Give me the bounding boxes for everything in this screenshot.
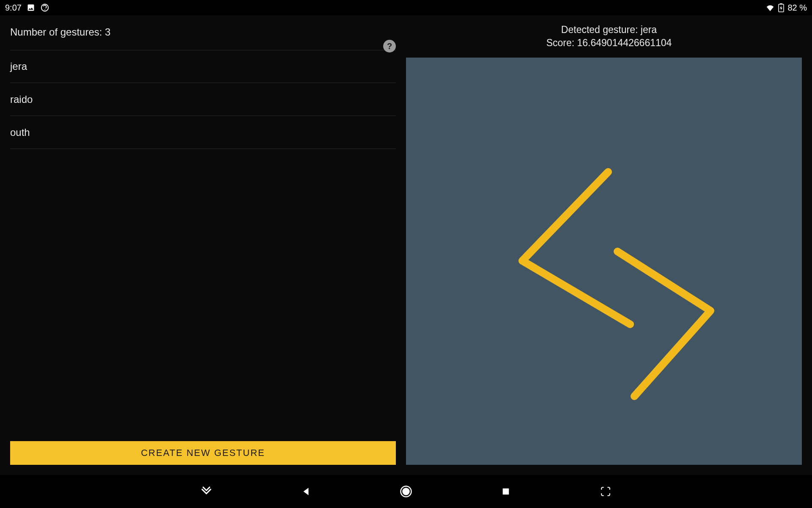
list-item-label: outh <box>10 127 30 138</box>
nav-screenshot-icon[interactable] <box>598 484 613 499</box>
create-gesture-button[interactable]: CREATE NEW GESTURE <box>10 441 396 465</box>
battery-charging-icon <box>778 3 784 12</box>
svg-rect-5 <box>503 489 509 495</box>
status-bar: 9:07 82 % <box>0 0 812 15</box>
nav-home-icon[interactable] <box>398 484 414 499</box>
svg-rect-2 <box>780 3 782 4</box>
nav-down-chevron-icon[interactable] <box>199 484 214 499</box>
image-icon <box>27 3 35 12</box>
no-sync-icon <box>40 3 49 12</box>
gesture-stroke <box>406 58 802 465</box>
list-item[interactable]: raido <box>10 83 396 116</box>
nav-back-icon[interactable] <box>299 484 314 499</box>
score-line: Score: 16.649014426661104 <box>546 36 672 50</box>
navigation-bar <box>0 475 812 508</box>
status-left: 9:07 <box>5 3 49 13</box>
list-item[interactable]: outh <box>10 116 396 149</box>
detected-gesture-line: Detected gesture: jera <box>561 23 657 36</box>
right-panel: Detected gesture: jera Score: 16.6490144… <box>406 15 812 475</box>
help-icon[interactable]: ? <box>383 40 396 52</box>
battery-percent: 82 % <box>787 3 807 13</box>
list-item-label: jera <box>10 61 27 72</box>
gesture-list: jera raido outh <box>0 42 406 441</box>
detection-result: Detected gesture: jera Score: 16.6490144… <box>406 15 812 58</box>
gesture-canvas[interactable] <box>406 58 802 465</box>
app-body: Number of gestures: 3 ? jera raido outh … <box>0 15 812 475</box>
wifi-icon <box>765 3 775 12</box>
svg-point-4 <box>403 489 409 495</box>
gesture-count-label: Number of gestures: 3 <box>0 15 406 42</box>
status-time: 9:07 <box>5 3 22 13</box>
list-item-label: raido <box>10 94 33 105</box>
nav-recents-icon[interactable] <box>498 484 513 499</box>
left-panel: Number of gestures: 3 ? jera raido outh … <box>0 15 406 475</box>
list-item[interactable]: jera <box>10 50 396 83</box>
status-right: 82 % <box>765 3 807 13</box>
